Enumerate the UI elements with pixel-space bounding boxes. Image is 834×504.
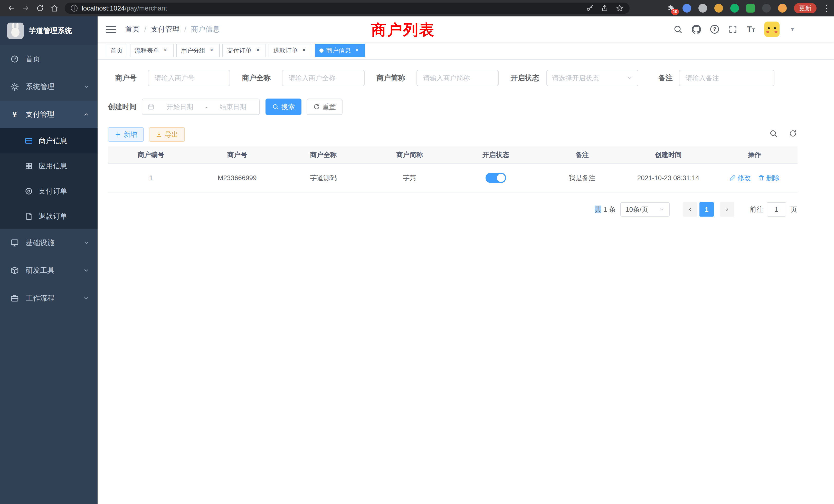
date-separator: - xyxy=(205,103,208,111)
sidebar-item-payment[interactable]: ¥ 支付管理 xyxy=(0,100,97,128)
sidebar-item-devtools[interactable]: 研发工具 xyxy=(0,257,97,284)
fullscreen-icon[interactable] xyxy=(728,25,738,34)
dashboard-icon xyxy=(10,55,19,63)
navbar-actions: ? TT ▼ xyxy=(673,17,795,42)
search-button[interactable]: 搜索 xyxy=(265,98,302,115)
goto-label: 前往 xyxy=(750,202,763,216)
toggle-search-icon[interactable] xyxy=(769,129,777,138)
tab-user-group[interactable]: 用户分组× xyxy=(176,44,220,57)
main-area: 首页 / 支付管理 / 商户信息 商户列表 ? TT ▼ xyxy=(97,17,834,504)
payment-submenu: 商户信息 应用信息 支付订单 退款订单 xyxy=(0,128,97,229)
extension-icon[interactable] xyxy=(698,4,707,13)
close-icon[interactable]: × xyxy=(208,47,215,54)
merchant-no-input[interactable] xyxy=(148,70,230,86)
sidebar-item-pay-order[interactable]: 支付订单 xyxy=(0,179,97,204)
reset-button[interactable]: 重置 xyxy=(307,98,343,115)
avatar-caret-icon[interactable]: ▼ xyxy=(790,26,795,32)
share-icon[interactable] xyxy=(601,4,609,12)
table-header: 商户编号 商户号 商户全称 商户简称 开启状态 备注 创建时间 操作 xyxy=(108,146,797,164)
page-title-annotation: 商户列表 xyxy=(371,20,435,40)
extension-icon[interactable] xyxy=(778,4,787,13)
refresh-icon xyxy=(313,104,320,110)
chevron-down-icon xyxy=(83,295,89,301)
start-date-placeholder: 开始日期 xyxy=(159,102,201,111)
info-icon[interactable]: i xyxy=(71,5,78,12)
home-button[interactable] xyxy=(47,1,62,16)
tab-process-form[interactable]: 流程表单× xyxy=(130,44,174,57)
export-button[interactable]: 导出 xyxy=(149,127,185,142)
page-unit-label: 页 xyxy=(790,202,797,216)
logo-avatar xyxy=(7,23,24,39)
tab-home[interactable]: 首页 xyxy=(106,44,127,57)
tab-merchant-info[interactable]: 商户信息× xyxy=(315,44,365,57)
sidebar-item-home[interactable]: 首页 xyxy=(0,45,97,73)
address-bar[interactable]: i localhost:1024/pay/merchant xyxy=(65,3,630,14)
font-size-icon[interactable]: TT xyxy=(747,25,755,33)
extension-icon[interactable] xyxy=(730,4,739,13)
search-icon[interactable] xyxy=(673,25,682,34)
extension-icon[interactable] xyxy=(762,4,771,13)
forward-button[interactable] xyxy=(19,1,33,16)
user-avatar[interactable] xyxy=(764,22,780,37)
extensions-icon[interactable]: 10 xyxy=(667,4,675,12)
breadcrumb-payment[interactable]: 支付管理 xyxy=(151,24,180,34)
browser-update-button[interactable]: 更新 xyxy=(794,3,816,13)
password-key-icon[interactable] xyxy=(586,4,594,12)
status-toggle[interactable] xyxy=(486,173,506,183)
merchant-name-input[interactable] xyxy=(282,70,365,86)
edit-link[interactable]: 修改 xyxy=(729,174,751,182)
next-page-button[interactable] xyxy=(720,202,734,216)
close-icon[interactable]: × xyxy=(353,47,360,54)
omnibox-icons xyxy=(586,4,623,12)
prev-page-button[interactable] xyxy=(683,202,697,216)
help-icon[interactable]: ? xyxy=(710,25,719,33)
grid-icon xyxy=(25,162,33,170)
reload-button[interactable] xyxy=(33,1,47,16)
sidebar-item-refund-order[interactable]: 退款订单 xyxy=(0,204,97,229)
close-icon[interactable]: × xyxy=(162,47,169,54)
date-range-picker[interactable]: 开始日期 - 结束日期 xyxy=(142,98,260,115)
merchant-short-input[interactable] xyxy=(416,70,499,86)
table-row: 1 M233666999 芋道源码 芋艿 我是备注 2021-10-23 08:… xyxy=(108,164,797,192)
extension-icon[interactable] xyxy=(682,4,691,13)
plus-icon xyxy=(114,131,121,138)
refresh-icon[interactable] xyxy=(789,129,797,138)
box-icon xyxy=(10,266,19,275)
sidebar-item-workflow[interactable]: 工作流程 xyxy=(0,284,97,312)
back-button[interactable] xyxy=(4,1,19,16)
page-1-button[interactable]: 1 xyxy=(699,202,714,216)
bookmark-star-icon[interactable] xyxy=(616,4,623,12)
goto-page-input[interactable] xyxy=(767,202,786,216)
github-icon[interactable] xyxy=(692,25,701,34)
sidebar-item-system[interactable]: 系统管理 xyxy=(0,73,97,100)
app-page: 芋道管理系统 首页 系统管理 ¥ 支付管理 商户信息 xyxy=(0,17,834,504)
close-icon[interactable]: × xyxy=(301,47,308,54)
browser-window: i localhost:1024/pay/merchant 10 更新 xyxy=(0,0,834,504)
tab-pay-order[interactable]: 支付订单× xyxy=(222,44,266,57)
add-button[interactable]: 新增 xyxy=(108,127,144,142)
tab-refund-order[interactable]: 退款订单× xyxy=(269,44,312,57)
gear-icon xyxy=(10,83,19,91)
breadcrumb-home[interactable]: 首页 xyxy=(125,24,140,34)
extension-icon[interactable] xyxy=(714,4,723,13)
sidebar-item-app-info[interactable]: 应用信息 xyxy=(0,154,97,179)
delete-link[interactable]: 删除 xyxy=(758,174,780,182)
trash-icon xyxy=(758,175,765,181)
extension-icon[interactable] xyxy=(746,4,755,13)
merchant-short-label: 商户简称 xyxy=(376,70,405,86)
sidebar-logo[interactable]: 芋道管理系统 xyxy=(0,17,97,45)
sidebar-item-merchant-info[interactable]: 商户信息 xyxy=(0,128,97,154)
top-navbar: 首页 / 支付管理 / 商户信息 商户列表 ? TT ▼ xyxy=(97,17,834,42)
hamburger-icon[interactable] xyxy=(106,26,116,33)
status-select[interactable]: 请选择开启状态 xyxy=(546,70,638,86)
yen-icon: ¥ xyxy=(10,110,19,119)
browser-menu-icon[interactable] xyxy=(826,4,828,12)
page-size-select[interactable]: 10条/页 xyxy=(620,202,670,216)
chevron-down-icon xyxy=(83,84,89,90)
download-icon xyxy=(156,131,162,138)
breadcrumb-current: 商户信息 xyxy=(191,24,220,34)
close-icon[interactable]: × xyxy=(254,47,261,54)
remark-input[interactable] xyxy=(679,70,774,86)
tags-view: 首页 流程表单× 用户分组× 支付订单× 退款订单× 商户信息× xyxy=(97,42,834,60)
sidebar-item-infra[interactable]: 基础设施 xyxy=(0,229,97,257)
